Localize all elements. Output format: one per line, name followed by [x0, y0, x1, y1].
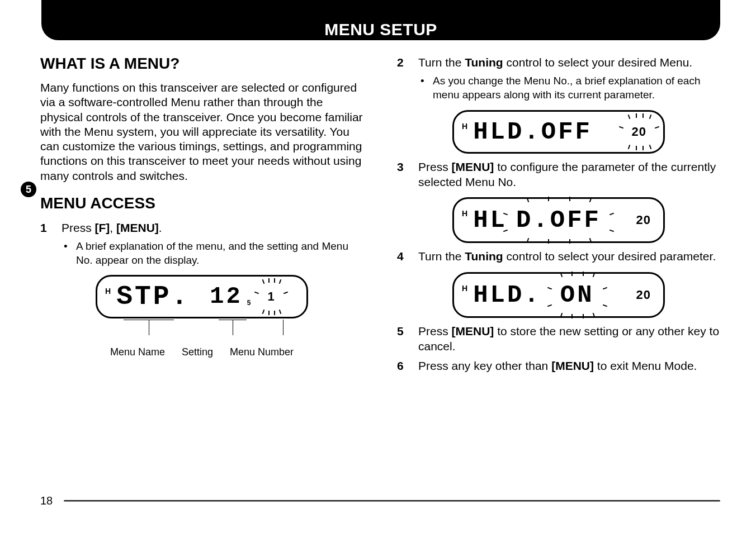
footer-rule [64, 500, 720, 502]
lcd-menu-number: 1 [267, 289, 275, 304]
callout-menu-name: Menu Name [110, 346, 165, 358]
lcd-prefix: HL [473, 208, 507, 232]
page-number: 18 [40, 494, 53, 507]
lcd-menu-name: STP. [116, 283, 190, 310]
bullet-2: • As you change the Menu No., a brief ex… [420, 74, 720, 102]
lcd-h-indicator: H [462, 122, 467, 131]
step-number: 5 [397, 323, 407, 354]
step-text: Turn the Tuning control to select your d… [418, 249, 716, 264]
step-6: 6 Press any key other than [MENU] to exi… [397, 358, 720, 373]
step-5: 5 Press [MENU] to store the new setting … [397, 323, 720, 354]
bullet-1: • A brief explanation of the menu, and t… [64, 240, 363, 267]
lcd-h-indicator: H [462, 209, 467, 218]
bullet-dot-icon: • [420, 74, 425, 102]
step-2: 2 Turn the Tuning control to select your… [397, 55, 720, 70]
bullet-text: As you change the Menu No., a brief expl… [433, 74, 720, 102]
chapter-tab: 5 [21, 182, 36, 197]
lcd-h-indicator: H [105, 287, 111, 296]
lcd-setting-sub: 5 [247, 299, 251, 307]
callout-setting: Setting [182, 346, 213, 358]
header-band: MENU SETUP [41, 0, 720, 40]
page-footer: 18 [40, 494, 720, 507]
lcd-menu-number: 20 [632, 125, 646, 139]
section-heading-what-is-menu: WHAT IS A MENU? [40, 55, 363, 73]
page-title: MENU SETUP [41, 20, 720, 39]
step-text: Press any key other than [MENU] to exit … [418, 358, 697, 373]
lcd-menu-number-blink: 20 [627, 121, 651, 142]
lcd-blink-text: ON [560, 283, 594, 307]
section-body: Many functions on this transceiver are s… [40, 80, 363, 183]
lcd-blink-text: D.OFF [516, 208, 601, 232]
step-text: Press [MENU] to store the new setting or… [418, 323, 720, 354]
lcd-display: H HL D.OFF 20 [452, 197, 665, 243]
step-text: Turn the Tuning control to select your d… [418, 55, 692, 70]
lcd-callouts: Menu Name Setting Menu Number [96, 346, 308, 358]
lcd-display: H HLD. ON 20 [452, 272, 665, 318]
step-4: 4 Turn the Tuning control to select your… [397, 249, 720, 264]
step-text: Press [MENU] to configure the parameter … [418, 159, 720, 190]
section-heading-menu-access: MENU ACCESS [40, 194, 363, 212]
step-number: 1 [40, 220, 50, 235]
step-number: 4 [397, 249, 407, 264]
lcd-display: H HLD.OFF 20 [452, 110, 665, 154]
lcd-display: H STP. 12 5 1 [96, 275, 308, 318]
left-column: WHAT IS A MENU? Many functions on this t… [40, 55, 363, 488]
bullet-text: A brief explanation of the menu, and the… [76, 240, 363, 267]
lcd-menu-number-blink: 1 [263, 286, 279, 307]
lcd-figure-3: H HL D.OFF 20 [397, 197, 720, 243]
content-area: WHAT IS A MENU? Many functions on this t… [40, 55, 720, 488]
lcd-figure-4: H HLD. ON 20 [397, 272, 720, 318]
step-number: 2 [397, 55, 407, 70]
lcd-figure-2: H HLD.OFF 20 [397, 110, 720, 154]
lcd-menu-number: 20 [636, 213, 651, 227]
lcd-menu-number: 20 [636, 288, 651, 302]
bullet-dot-icon: • [64, 240, 68, 267]
lcd-h-indicator: H [462, 284, 467, 293]
lcd-text: HLD.OFF [473, 120, 592, 144]
step-1: 1 Press [F], [MENU]. [40, 220, 363, 235]
lcd-param-blink: ON [556, 279, 599, 311]
step-number: 6 [397, 358, 407, 373]
lcd-figure-1: H STP. 12 5 1 Menu [40, 275, 363, 318]
step-3: 3 Press [MENU] to configure the paramete… [397, 159, 720, 190]
lcd-setting: 12 [210, 285, 242, 308]
step-number: 3 [397, 159, 407, 190]
right-column: 2 Turn the Tuning control to select your… [397, 55, 720, 488]
callout-menu-number: Menu Number [230, 346, 294, 358]
step-text: Press [F], [MENU]. [62, 220, 162, 235]
lcd-param-blink: D.OFF [512, 204, 606, 236]
lcd-prefix: HLD. [473, 283, 541, 307]
